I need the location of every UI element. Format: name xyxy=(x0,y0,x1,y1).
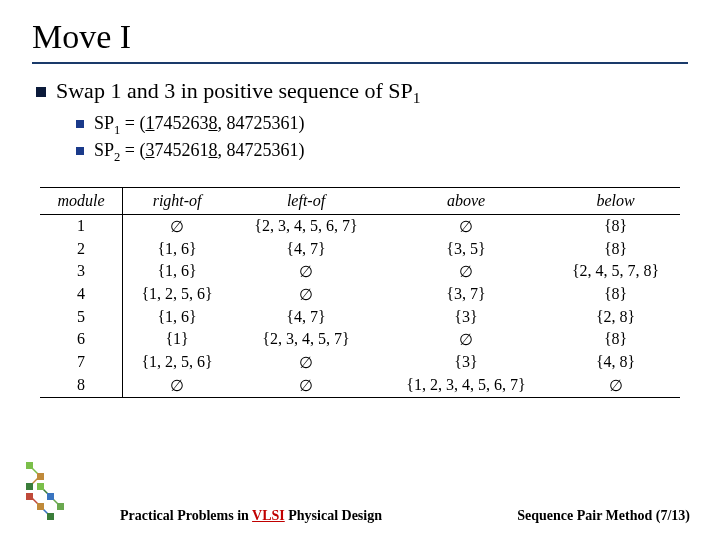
svg-rect-0 xyxy=(26,462,33,469)
table-cell: ∅ xyxy=(551,374,680,398)
table-cell: {2, 4, 5, 7, 8} xyxy=(551,260,680,283)
table-cell: {2, 3, 4, 5, 6, 7} xyxy=(231,214,381,238)
table-cell: ∅ xyxy=(123,374,232,398)
table-cell: {2, 8} xyxy=(551,306,680,328)
table-cell: {2, 3, 4, 5, 7} xyxy=(231,328,381,351)
svg-rect-1 xyxy=(37,473,44,480)
sub-bullet-2: SP2 = (37452618, 84725361) xyxy=(76,140,688,165)
table-row: 7{1, 2, 5, 6}∅{3}{4, 8} xyxy=(40,351,680,374)
table-cell: {1, 2, 5, 6} xyxy=(123,283,232,306)
th-above: above xyxy=(381,187,551,214)
sub-bullet-icon xyxy=(76,120,84,128)
table-cell: {1, 2, 5, 6} xyxy=(123,351,232,374)
sub-bullet-1: SP1 = (17452638, 84725361) xyxy=(76,113,688,138)
table-cell: {1, 6} xyxy=(123,238,232,260)
table-cell: {3, 5} xyxy=(381,238,551,260)
table-row: 6{1}{2, 3, 4, 5, 7}∅{8} xyxy=(40,328,680,351)
title-rule xyxy=(32,62,688,64)
table-cell: {4, 7} xyxy=(231,238,381,260)
table-cell: ∅ xyxy=(231,260,381,283)
footer-right: Sequence Pair Method (7/13) xyxy=(517,508,690,524)
main-bullet-text: Swap 1 and 3 in positive sequence of SP1 xyxy=(56,78,421,107)
th-right-of: right-of xyxy=(123,187,232,214)
th-left-of: left-of xyxy=(231,187,381,214)
table-cell: {8} xyxy=(551,328,680,351)
table-row: 1∅{2, 3, 4, 5, 6, 7}∅{8} xyxy=(40,214,680,238)
table-row: 3{1, 6}∅∅{2, 4, 5, 7, 8} xyxy=(40,260,680,283)
table-cell: {3, 7} xyxy=(381,283,551,306)
table-cell: ∅ xyxy=(231,351,381,374)
table-cell: 6 xyxy=(40,328,123,351)
svg-rect-2 xyxy=(26,483,33,490)
table-cell: {8} xyxy=(551,283,680,306)
footer: Practical Problems in VLSI Physical Desi… xyxy=(0,508,720,524)
table-cell: {8} xyxy=(551,214,680,238)
svg-rect-5 xyxy=(26,493,33,500)
sub-bullet-text: SP2 = (37452618, 84725361) xyxy=(94,140,304,165)
table-cell: ∅ xyxy=(381,214,551,238)
table-cell: {8} xyxy=(551,238,680,260)
table-cell: ∅ xyxy=(231,283,381,306)
main-bullet-label: Swap 1 and 3 in positive sequence of SP xyxy=(56,78,413,103)
table-row: 2{1, 6}{4, 7}{3, 5}{8} xyxy=(40,238,680,260)
table-row: 5{1, 6}{4, 7}{3}{2, 8} xyxy=(40,306,680,328)
sub-bullet-icon xyxy=(76,147,84,155)
table-cell: {1, 6} xyxy=(123,260,232,283)
table-cell: 5 xyxy=(40,306,123,328)
main-bullet-sub: 1 xyxy=(413,89,421,106)
svg-rect-3 xyxy=(37,483,44,490)
table-row: 4{1, 2, 5, 6}∅{3, 7}{8} xyxy=(40,283,680,306)
table-cell: {4, 7} xyxy=(231,306,381,328)
table-cell: 3 xyxy=(40,260,123,283)
th-module: module xyxy=(40,187,123,214)
th-below: below xyxy=(551,187,680,214)
table-cell: 1 xyxy=(40,214,123,238)
footer-vlsi: VLSI xyxy=(252,508,285,523)
table-cell: 2 xyxy=(40,238,123,260)
table-cell: 7 xyxy=(40,351,123,374)
table-body: 1∅{2, 3, 4, 5, 6, 7}∅{8}2{1, 6}{4, 7}{3,… xyxy=(40,214,680,397)
table-cell: ∅ xyxy=(381,260,551,283)
table-cell: 8 xyxy=(40,374,123,398)
table-row: 8∅∅{1, 2, 3, 4, 5, 6, 7}∅ xyxy=(40,374,680,398)
table-cell: ∅ xyxy=(231,374,381,398)
table-cell: 4 xyxy=(40,283,123,306)
table-cell: {1, 2, 3, 4, 5, 6, 7} xyxy=(381,374,551,398)
table-cell: {3} xyxy=(381,306,551,328)
table-cell: {4, 8} xyxy=(551,351,680,374)
slide-title: Move I xyxy=(32,18,688,56)
sub-bullet-text: SP1 = (17452638, 84725361) xyxy=(94,113,304,138)
table-cell: {1, 6} xyxy=(123,306,232,328)
relations-table-wrap: module right-of left-of above below 1∅{2… xyxy=(40,187,680,398)
footer-left: Practical Problems in VLSI Physical Desi… xyxy=(120,508,382,524)
table-cell: {3} xyxy=(381,351,551,374)
table-cell: ∅ xyxy=(381,328,551,351)
main-bullet: Swap 1 and 3 in positive sequence of SP1 xyxy=(36,78,688,107)
svg-rect-4 xyxy=(47,493,54,500)
relations-table: module right-of left-of above below 1∅{2… xyxy=(40,187,680,398)
table-cell: {1} xyxy=(123,328,232,351)
sub-bullet-list: SP1 = (17452638, 84725361) SP2 = (374526… xyxy=(76,113,688,164)
table-cell: ∅ xyxy=(123,214,232,238)
bullet-icon xyxy=(36,87,46,97)
